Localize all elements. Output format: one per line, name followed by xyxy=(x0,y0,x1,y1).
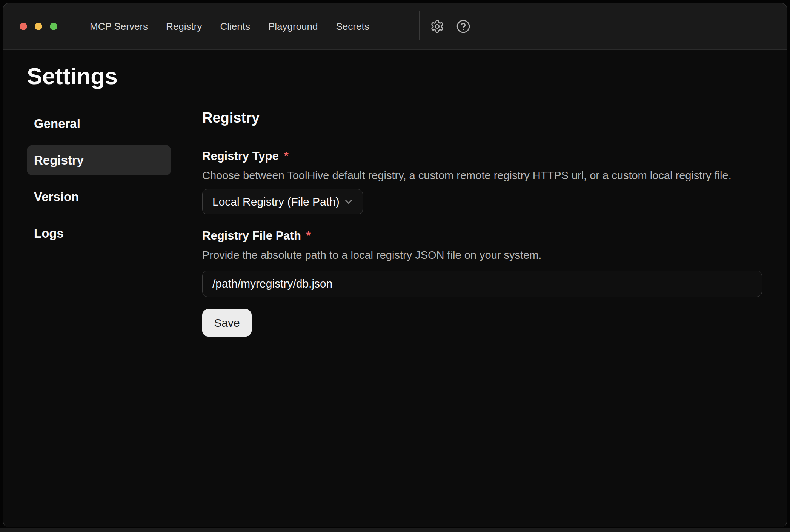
sidebar-item-logs[interactable]: Logs xyxy=(27,218,171,249)
settings-sidebar: General Registry Version Logs xyxy=(27,108,171,255)
registry-type-select[interactable]: Local Registry (File Path) xyxy=(202,189,363,214)
registry-type-description: Choose between ToolHive default registry… xyxy=(202,170,732,181)
sidebar-item-registry[interactable]: Registry xyxy=(27,145,171,175)
registry-file-path-label-row: Registry File Path * xyxy=(202,230,311,241)
registry-file-path-label: Registry File Path xyxy=(202,230,301,241)
app-window: MCP Servers Registry Clients Playground … xyxy=(3,3,787,527)
nav-item-mcp-servers[interactable]: MCP Servers xyxy=(90,21,148,32)
registry-type-label-row: Registry Type * xyxy=(202,150,289,162)
registry-type-select-value: Local Registry (File Path) xyxy=(212,195,340,208)
required-asterisk: * xyxy=(284,150,289,162)
chevron-down-icon xyxy=(343,196,354,208)
traffic-light-zoom-button[interactable] xyxy=(50,23,57,30)
traffic-light-minimize-button[interactable] xyxy=(35,23,42,30)
registry-file-path-description: Provide the absolute path to a local reg… xyxy=(202,250,541,261)
registry-settings-panel: Registry Registry Type * Choose between … xyxy=(202,3,762,494)
save-button[interactable]: Save xyxy=(202,309,252,337)
traffic-lights xyxy=(20,23,57,30)
nav-item-registry[interactable]: Registry xyxy=(166,21,202,32)
registry-type-label: Registry Type xyxy=(202,150,279,162)
sidebar-item-version[interactable]: Version xyxy=(27,181,171,212)
desktop-background-strip xyxy=(0,528,790,532)
section-heading: Registry xyxy=(202,111,260,125)
traffic-light-close-button[interactable] xyxy=(20,23,27,30)
registry-file-path-input[interactable] xyxy=(202,271,762,297)
sidebar-item-general[interactable]: General xyxy=(27,108,171,139)
required-asterisk: * xyxy=(306,230,311,241)
page-title: Settings xyxy=(27,65,118,88)
